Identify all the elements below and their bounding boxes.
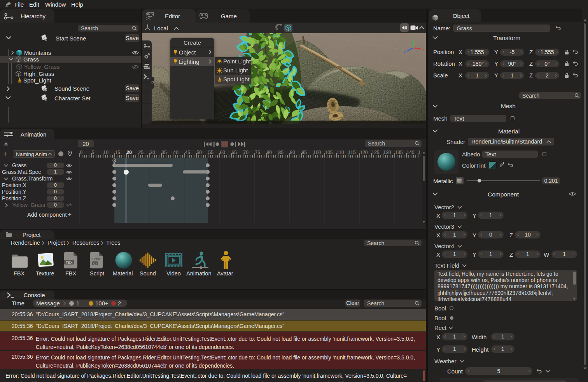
svg-text:C#: C#: [93, 262, 97, 265]
svg-text:FBX: FBX: [66, 261, 73, 265]
svg-text:Script: Script: [92, 257, 101, 261]
svg-text:X: X: [422, 48, 425, 52]
svg-text:Z: Z: [404, 50, 406, 54]
svg-text:Y: Y: [412, 35, 415, 39]
